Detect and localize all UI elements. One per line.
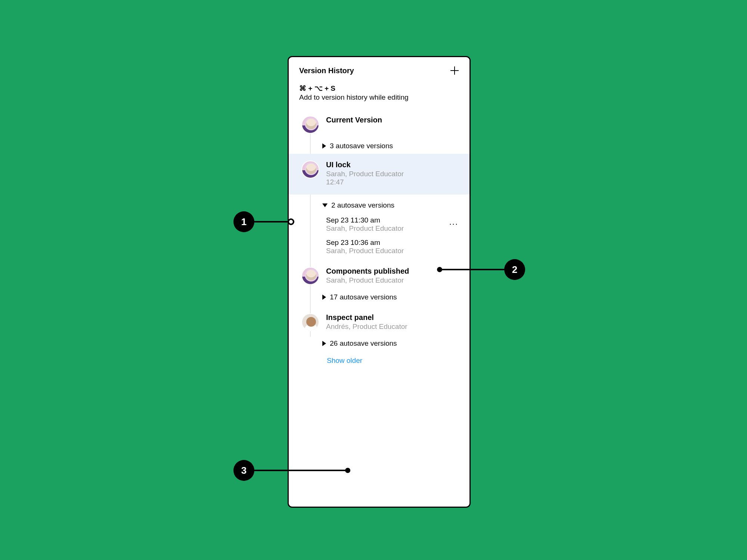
autosave-toggle-components[interactable]: 17 autosave versions — [289, 289, 469, 305]
panel-header: Version History — [289, 57, 469, 79]
version-author: Sarah, Product Educator — [326, 170, 459, 178]
shortcut-keys: ⌘ + ⌥ + S — [299, 84, 459, 93]
entry-time: Sep 23 10:36 am — [326, 239, 459, 247]
avatar — [301, 161, 319, 178]
version-title: Current Version — [326, 116, 459, 124]
autosave-toggle-ui-lock[interactable]: 2 autosave versions — [289, 195, 469, 213]
show-older-link[interactable]: Show older — [289, 351, 469, 368]
version-item-ui-lock[interactable]: UI lock Sarah, Product Educator 12:47 — [289, 154, 469, 195]
annotation-badge-3: 3 — [233, 460, 254, 481]
entry-author: Sarah, Product Educator — [326, 224, 459, 233]
version-author: Sarah, Product Educator — [326, 276, 459, 284]
version-title: UI lock — [326, 161, 459, 169]
annotation-badge-1: 1 — [233, 211, 254, 232]
version-time: 12:47 — [326, 178, 459, 186]
chevron-right-icon — [322, 341, 326, 346]
avatar — [301, 267, 319, 285]
annotation-dot-2 — [437, 267, 442, 272]
version-title: Inspect panel — [326, 313, 459, 322]
version-author: Andrés, Product Educator — [326, 323, 459, 331]
autosave-label: 3 autosave versions — [330, 142, 393, 150]
entry-overflow-icon[interactable]: ··· — [449, 219, 458, 229]
avatar — [301, 313, 319, 331]
autosave-label: 17 autosave versions — [330, 293, 397, 301]
add-version-icon[interactable] — [450, 66, 459, 75]
version-item-components[interactable]: Components published Sarah, Product Educ… — [289, 262, 469, 289]
version-meta: Inspect panel Andrés, Product Educator — [326, 313, 459, 331]
chevron-right-icon — [322, 295, 326, 300]
version-history-panel: Version History ⌘ + ⌥ + S Add to version… — [288, 56, 471, 508]
autosave-toggle-current[interactable]: 3 autosave versions — [289, 138, 469, 154]
version-meta: UI lock Sarah, Product Educator 12:47 — [326, 161, 459, 186]
autosave-entry[interactable]: Sep 23 10:36 am Sarah, Product Educator — [289, 236, 469, 258]
panel-title: Version History — [299, 66, 354, 75]
avatar — [301, 116, 319, 134]
entry-time: Sep 23 11:30 am — [326, 216, 459, 224]
annotation-connector-2 — [440, 269, 506, 270]
version-item-inspect[interactable]: Inspect panel Andrés, Product Educator — [289, 309, 469, 336]
annotation-connector-1 — [253, 221, 288, 223]
autosave-entry[interactable]: Sep 23 11:30 am Sarah, Product Educator … — [289, 213, 469, 236]
autosave-toggle-inspect[interactable]: 26 autosave versions — [289, 336, 469, 351]
version-meta: Current Version — [326, 116, 459, 124]
shortcut-description: Add to version history while editing — [299, 93, 459, 102]
annotation-dot-3 — [345, 468, 350, 473]
entry-author: Sarah, Product Educator — [326, 247, 459, 255]
chevron-right-icon — [322, 143, 326, 149]
annotation-dot-1 — [288, 218, 294, 225]
shortcut-hint: ⌘ + ⌥ + S Add to version history while e… — [289, 79, 469, 109]
version-timeline: Current Version 3 autosave versions UI l… — [289, 109, 469, 368]
autosave-label: 2 autosave versions — [331, 201, 394, 209]
version-item-current[interactable]: Current Version — [289, 111, 469, 138]
annotation-connector-3 — [253, 470, 347, 471]
autosave-label: 26 autosave versions — [330, 339, 397, 348]
annotation-badge-2: 2 — [504, 259, 525, 280]
chevron-down-icon — [322, 203, 328, 207]
